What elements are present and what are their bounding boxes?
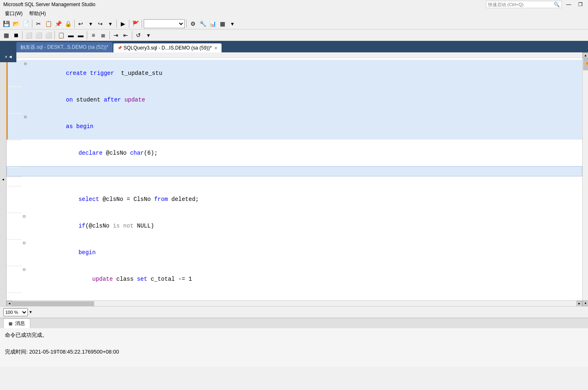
toolbar-separator-4 [129, 20, 129, 28]
zoom-arrow-down[interactable]: ▾ [29, 309, 32, 315]
kw-char: char [130, 150, 144, 156]
refresh-btn[interactable]: ↺ [134, 31, 143, 40]
run-button[interactable]: ▶ [118, 19, 127, 28]
stop-btn[interactable]: ⏹ [11, 31, 20, 40]
results-button[interactable]: 📊 [208, 19, 217, 28]
code-line-10: ⊟ update class set c_total -= 1 [7, 266, 582, 292]
kw-as: as [66, 123, 73, 130]
code-editor[interactable]: ⊟ create trigger t_update_stu on student… [7, 58, 582, 300]
cut-button[interactable]: ✂ [34, 19, 43, 28]
code-line-5 [7, 166, 582, 176]
collapse-4 [21, 140, 27, 141]
chevron-left-icon: ◀ [2, 178, 4, 181]
obj-btn2[interactable]: ⬜ [34, 31, 43, 40]
debug-button[interactable]: 🔧 [198, 19, 207, 28]
code-editor-container: ⊟ create trigger t_update_stu on student… [7, 52, 582, 306]
vscroll-bar[interactable]: ▲ ▼ [582, 52, 588, 306]
toolbar-2: ▦ ⏹ ⬜ ⬜ ⬜ 📋 ▬ ▬ ≡ ≣ ⇥ ⇤ ↺ ▾ [0, 29, 588, 41]
lock-button[interactable]: 🔒 [63, 19, 72, 28]
collapse-3[interactable]: ⊟ [23, 113, 28, 120]
save-button[interactable]: 💾 [2, 19, 11, 28]
table-btn[interactable]: 📋 [57, 31, 66, 40]
hscroll-left-btn[interactable]: ◀ [7, 301, 12, 307]
left-panel-toggle[interactable]: ◀ [0, 52, 7, 306]
hscroll-track [12, 301, 577, 306]
results-tab-label: 消息 [15, 320, 25, 326]
code-content-11: where ClsNo = @clsNo; [29, 292, 582, 300]
redo-dropdown[interactable]: ▾ [106, 19, 115, 28]
paste-button[interactable]: 📌 [54, 19, 63, 28]
tab-bar: ✕ ◀ 触发器.sql - DESKT...S.DEMO (sa (52))* … [0, 41, 588, 52]
collapse-8[interactable]: ⊟ [21, 212, 27, 220]
line-gutter-8 [7, 212, 21, 213]
menu-window[interactable]: 窗口(W) [2, 9, 26, 18]
collapse-1[interactable]: ⊟ [23, 60, 28, 67]
obj-btn1[interactable]: ⬜ [24, 31, 33, 40]
tab-close-icon[interactable]: ✕ [214, 46, 217, 50]
code-content-8: if(@clsNo is not NULL) [29, 212, 582, 239]
quick-search-input[interactable] [488, 2, 554, 7]
hscroll-thumb[interactable] [12, 301, 94, 306]
code-content-6 [29, 176, 582, 186]
code-line-1: ⊟ create trigger t_update_stu [7, 60, 582, 86]
execute-button[interactable]: ⚙ [188, 19, 197, 28]
toolbar2-sep-1 [22, 31, 23, 39]
vscroll-down-btn[interactable]: ▼ [583, 300, 588, 306]
code-content-7: select @clsNo = ClsNo from deleted; [29, 186, 582, 212]
title-bar: Microsoft SQL Server Management Studio 🔍… [0, 0, 588, 9]
list-btn1[interactable]: ≡ [89, 31, 98, 40]
extra-dropdown[interactable]: ▾ [228, 19, 237, 28]
hscroll-right-btn[interactable]: ▶ [577, 301, 582, 307]
copy-button[interactable]: 📋 [44, 19, 53, 28]
toolbar-separator-1 [32, 20, 32, 28]
indent-btn1[interactable]: ⇥ [111, 31, 120, 40]
collapse-9[interactable]: ⊟ [21, 239, 27, 246]
col-btn2[interactable]: ▬ [76, 31, 85, 40]
db-dropdown[interactable] [144, 19, 185, 28]
hscroll-bar[interactable]: ◀ ▶ [7, 300, 582, 306]
grid-btn2[interactable]: ▦ [2, 31, 11, 40]
code-content-3: as begin [30, 113, 582, 140]
redo-button[interactable]: ↪ [96, 19, 105, 28]
minimize-button[interactable]: — [564, 1, 573, 8]
col-btn[interactable]: ▬ [66, 31, 75, 40]
undo-button[interactable]: ↩ [76, 19, 85, 28]
kw-create: create [66, 70, 86, 77]
vscroll-up-btn[interactable]: ▲ [583, 52, 588, 58]
indent-btn2[interactable]: ⇤ [121, 31, 130, 40]
open-button[interactable]: 📂 [11, 19, 20, 28]
kw-set-1: set [137, 276, 147, 282]
tab-triggers[interactable]: 触发器.sql - DESKT...S.DEMO (sa (52))* [16, 42, 113, 52]
code-content-1: create trigger t_update_stu [30, 60, 582, 86]
collapse-10[interactable]: ⊟ [21, 266, 27, 273]
quick-search-box[interactable]: 🔍 [486, 1, 562, 8]
bottom-bar: 100 % ▾ [0, 306, 588, 318]
results-tab-messages[interactable]: ▦ 消息 [3, 318, 30, 328]
menu-help[interactable]: 帮助(H) [26, 9, 49, 18]
toolbar2-sep-4 [109, 31, 110, 39]
tab-triggers-label: 触发器.sql - DESKT...S.DEMO (sa (52))* [20, 44, 109, 51]
kw-update-1: update [92, 276, 113, 282]
tab-bar-left-controls: ✕ ◀ [0, 51, 16, 62]
new-button[interactable]: 📄 [21, 19, 30, 28]
results-content: 命令已成功完成。 完成时间: 2021-05-19T08:45:22.17695… [0, 328, 588, 367]
obj-btn3[interactable]: ⬜ [44, 31, 53, 40]
code-line-3: ⊟ as begin [7, 113, 582, 140]
undo-dropdown[interactable]: ▾ [86, 19, 95, 28]
restore-button[interactable]: ❐ [576, 1, 585, 8]
zoom-select[interactable]: 100 % [3, 308, 28, 316]
list-btn2[interactable]: ≣ [99, 31, 108, 40]
result-message-1: 命令已成功完成。 [5, 331, 583, 339]
line-gutter-2 [8, 86, 23, 87]
close-tab-icon[interactable]: ✕ [5, 54, 7, 59]
nav-left-icon[interactable]: ◀ [9, 54, 12, 59]
code-line-4: declare @clsNo char(6); [7, 140, 582, 166]
vscroll-track [583, 58, 588, 300]
collapse-7 [21, 186, 27, 187]
result-message-2: 完成时间: 2021-05-19T08:45:22.1769500+08:00 [5, 348, 583, 356]
kw-update: update [124, 97, 145, 103]
grid-button[interactable]: ▦ [218, 19, 227, 28]
flag-button[interactable]: 🚩 [131, 19, 140, 28]
refresh-dropdown[interactable]: ▾ [144, 31, 153, 40]
tab-sqlquery3[interactable]: 📌 SQLQuery3.sql - D...IS.DEMO (sa (59))*… [113, 43, 222, 52]
